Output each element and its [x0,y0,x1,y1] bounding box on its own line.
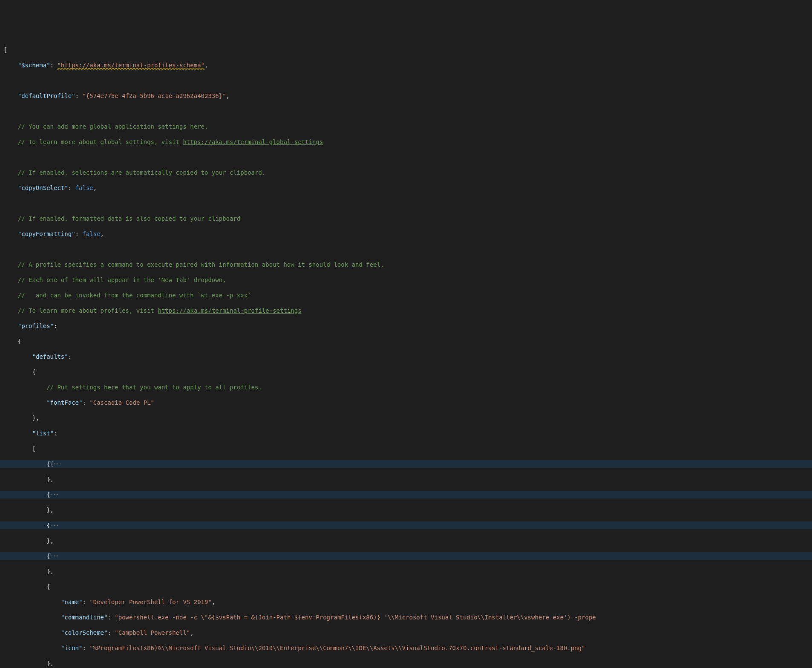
code-line: }, [0,567,812,575]
json-key-name: "name" [61,599,83,605]
code-line: "$schema": "https://aka.ms/terminal-prof… [0,61,812,69]
blank-line [0,77,812,84]
json-key-list: "list" [32,430,54,437]
json-key-fontface: "fontFace" [46,399,82,406]
blank-line [0,199,812,207]
code-line: // A profile specifies a command to exec… [0,261,812,268]
code-line: "copyFormatting": false, [0,230,812,238]
folded-region[interactable]: {··· [0,521,812,529]
comment: // A profile specifies a command to exec… [18,261,384,268]
code-line: { [0,46,812,54]
json-key-copyonselect: "copyOnSelect" [18,184,68,191]
code-line: }, [0,659,812,667]
json-key-commandline: "commandline" [61,614,108,621]
comment-link-profile-settings[interactable]: https://aka.ms/terminal-profile-settings [158,307,301,314]
comment: // To learn more about profiles, visit h… [18,307,302,314]
json-key-defaultprofile: "defaultProfile" [18,92,75,99]
folded-region[interactable]: {{··· [0,460,812,468]
code-line: "fontFace": "Cascadia Code PL" [0,399,812,406]
json-key-copyformatting: "copyFormatting" [18,230,75,237]
json-value-profile-name: "Developer PowerShell for VS 2019" [89,599,212,605]
code-line: "icon": "%ProgramFiles(x86)%\\Microsoft … [0,644,812,652]
code-line: }, [0,475,812,483]
json-value-commandline: "powershell.exe -noe -c \"&{$vsPath = &(… [115,614,596,621]
code-line: { [0,368,812,376]
json-value-schema-url[interactable]: "https://aka.ms/terminal-profiles-schema… [57,62,204,69]
code-line: // Each one of them will appear in the '… [0,276,812,284]
code-line: "copyOnSelect": false, [0,184,812,192]
code-line: // Put settings here that you want to ap… [0,383,812,391]
comment: // If enabled, formatted data is also co… [18,215,241,222]
code-line: // To learn more about global settings, … [0,138,812,146]
code-editor-pane[interactable]: { "$schema": "https://aka.ms/terminal-pr… [0,38,812,668]
comment: // If enabled, selections are automatica… [18,169,266,176]
code-line: "defaultProfile": "{574e775e-4f2a-5b96-a… [0,92,812,100]
comment: // You can add more global application s… [18,123,208,130]
comment-link-global-settings[interactable]: https://aka.ms/terminal-global-settings [183,138,323,145]
json-value-defaultprofile: "{574e775e-4f2a-5b96-ac1e-a2962a402336}" [82,92,226,99]
json-value-false: false [82,230,100,237]
comment: // Put settings here that you want to ap… [46,384,262,391]
blank-line [0,153,812,161]
code-line: "commandline": "powershell.exe -noe -c \… [0,613,812,621]
json-value-false: false [75,184,93,191]
code-line: // You can add more global application s… [0,123,812,130]
code-line: "list": [0,429,812,437]
comment: // and can be invoked from the commandli… [18,292,251,299]
folded-region[interactable]: {··· [0,491,812,498]
json-key-schema: "$schema" [18,62,50,69]
fold-ellipsis-icon: ··· [50,491,58,498]
code-line: "colorScheme": "Campbell Powershell", [0,629,812,636]
comment: // To learn more about global settings, … [18,138,323,145]
fold-ellipsis-icon: ··· [50,522,58,529]
brace-open: { [3,46,7,53]
json-value-fontface: "Cascadia Code PL" [89,399,154,406]
code-line: }, [0,537,812,544]
code-line: "profiles": [0,322,812,330]
blank-line [0,245,812,253]
code-line: { [0,337,812,345]
code-line: "name": "Developer PowerShell for VS 201… [0,598,812,606]
code-line: // To learn more about profiles, visit h… [0,307,812,314]
fold-ellipsis-icon: {··· [50,461,61,467]
code-line: }, [0,414,812,422]
json-value-colorscheme: "Campbell Powershell" [115,629,190,636]
json-value-icon: "%ProgramFiles(x86)%\\Microsoft Visual S… [89,645,585,651]
code-line: { [0,583,812,590]
json-key-profiles: "profiles" [18,322,54,329]
comment: // Each one of them will appear in the '… [18,276,226,283]
code-line: [ [0,445,812,452]
code-line: }, [0,506,812,514]
json-key-colorscheme: "colorScheme" [61,629,108,636]
code-line: // If enabled, selections are automatica… [0,169,812,176]
fold-ellipsis-icon: ··· [50,553,58,559]
blank-line [0,107,812,115]
code-line: // If enabled, formatted data is also co… [0,215,812,222]
json-key-icon: "icon" [61,645,83,651]
code-line: "defaults": [0,353,812,360]
code-line: // and can be invoked from the commandli… [0,291,812,299]
json-key-defaults: "defaults" [32,353,68,360]
folded-region[interactable]: {··· [0,552,812,560]
